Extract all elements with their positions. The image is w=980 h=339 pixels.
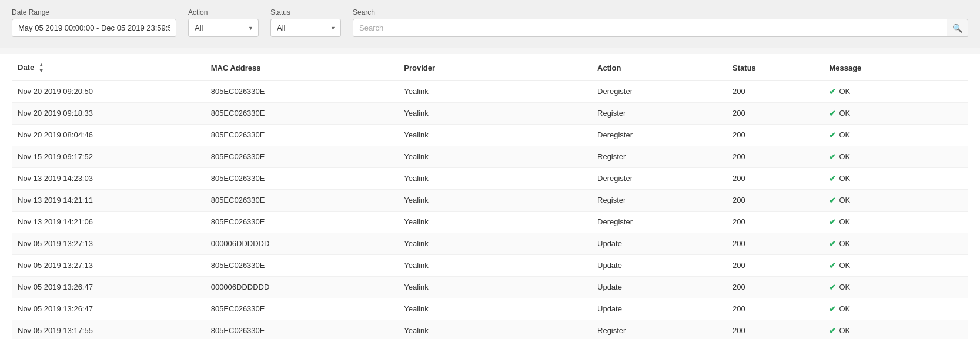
filter-bar: Date Range Action All Register Deregiste…	[0, 0, 980, 48]
action-label: Action	[188, 8, 259, 16]
cell-status: 200	[727, 320, 823, 339]
cell-mac: 805EC026330E	[205, 80, 399, 103]
check-icon: ✔	[829, 174, 836, 183]
cell-date: Nov 05 2019 13:17:55	[12, 320, 205, 339]
cell-mac: 805EC026330E	[205, 298, 399, 320]
action-select-wrapper: All Register Deregister Update	[188, 19, 259, 37]
message-text: OK	[839, 261, 850, 270]
cell-mac: 805EC026330E	[205, 124, 399, 146]
cell-status: 200	[727, 254, 823, 276]
table-row: Nov 20 2019 09:18:33805EC026330EYealinkR…	[12, 102, 968, 124]
cell-mac: 805EC026330E	[205, 320, 399, 339]
cell-message: ✔OK	[823, 320, 968, 339]
check-icon: ✔	[829, 304, 836, 314]
cell-status: 200	[727, 167, 823, 189]
cell-message: ✔OK	[823, 254, 968, 276]
cell-action: Register	[591, 146, 727, 167]
table-container: Date ▲ ▼ MAC Address Provider Action Sta…	[0, 54, 980, 339]
cell-date: Nov 05 2019 13:27:13	[12, 233, 205, 254]
cell-provider: Yealink	[398, 233, 591, 254]
search-button[interactable]: 🔍	[947, 19, 968, 37]
cell-provider: Yealink	[398, 211, 591, 233]
cell-message: ✔OK	[823, 189, 968, 211]
search-label: Search	[353, 8, 968, 16]
cell-mac: 000006DDDDDD	[205, 233, 399, 254]
col-header-provider: Provider	[398, 54, 591, 80]
cell-date: Nov 13 2019 14:21:06	[12, 211, 205, 233]
message-text: OK	[839, 87, 850, 96]
cell-action: Register	[591, 189, 727, 211]
cell-message: ✔OK	[823, 233, 968, 254]
cell-status: 200	[727, 102, 823, 124]
cell-date: Nov 13 2019 14:23:03	[12, 167, 205, 189]
cell-date: Nov 05 2019 13:26:47	[12, 276, 205, 298]
cell-provider: Yealink	[398, 254, 591, 276]
status-select-wrapper: All 200 400 500	[270, 19, 341, 37]
date-range-input[interactable]	[12, 19, 176, 37]
cell-message: ✔OK	[823, 276, 968, 298]
cell-action: Deregister	[591, 167, 727, 189]
status-select[interactable]: All 200 400 500	[270, 19, 341, 37]
col-header-message: Message	[823, 54, 968, 80]
cell-message: ✔OK	[823, 80, 968, 103]
cell-provider: Yealink	[398, 276, 591, 298]
search-wrapper: 🔍	[353, 19, 968, 37]
message-text: OK	[839, 196, 850, 204]
sort-down-icon: ▼	[39, 68, 44, 74]
date-sort-icons: ▲ ▼	[39, 62, 44, 74]
cell-provider: Yealink	[398, 146, 591, 167]
check-icon: ✔	[829, 109, 836, 118]
cell-status: 200	[727, 80, 823, 103]
cell-provider: Yealink	[398, 189, 591, 211]
data-table: Date ▲ ▼ MAC Address Provider Action Sta…	[12, 54, 968, 339]
cell-action: Update	[591, 276, 727, 298]
cell-date: Nov 15 2019 09:17:52	[12, 146, 205, 167]
col-header-mac: MAC Address	[205, 54, 399, 80]
cell-provider: Yealink	[398, 124, 591, 146]
table-row: Nov 13 2019 14:21:11805EC026330EYealinkR…	[12, 189, 968, 211]
cell-date: Nov 20 2019 08:04:46	[12, 124, 205, 146]
search-input[interactable]	[353, 19, 968, 37]
action-select[interactable]: All Register Deregister Update	[188, 19, 259, 37]
cell-status: 200	[727, 233, 823, 254]
col-header-status: Status	[727, 54, 823, 80]
cell-message: ✔OK	[823, 124, 968, 146]
check-icon: ✔	[829, 130, 836, 140]
table-row: Nov 13 2019 14:23:03805EC026330EYealinkD…	[12, 167, 968, 189]
date-range-label: Date Range	[12, 8, 176, 16]
cell-status: 200	[727, 276, 823, 298]
check-icon: ✔	[829, 217, 836, 227]
cell-action: Register	[591, 102, 727, 124]
cell-action: Deregister	[591, 124, 727, 146]
check-icon: ✔	[829, 239, 836, 249]
message-text: OK	[839, 217, 850, 226]
cell-status: 200	[727, 298, 823, 320]
cell-action: Deregister	[591, 211, 727, 233]
cell-date: Nov 05 2019 13:26:47	[12, 298, 205, 320]
cell-provider: Yealink	[398, 167, 591, 189]
cell-status: 200	[727, 189, 823, 211]
table-row: Nov 05 2019 13:27:13805EC026330EYealinkU…	[12, 254, 968, 276]
search-filter-group: Search 🔍	[353, 8, 968, 37]
cell-mac: 805EC026330E	[205, 254, 399, 276]
table-row: Nov 20 2019 09:20:50805EC026330EYealinkD…	[12, 80, 968, 103]
cell-mac: 805EC026330E	[205, 211, 399, 233]
cell-mac: 805EC026330E	[205, 189, 399, 211]
cell-action: Update	[591, 233, 727, 254]
check-icon: ✔	[829, 261, 836, 270]
message-text: OK	[839, 326, 850, 335]
cell-mac: 805EC026330E	[205, 102, 399, 124]
table-row: Nov 05 2019 13:26:47805EC026330EYealinkU…	[12, 298, 968, 320]
table-row: Nov 20 2019 08:04:46805EC026330EYealinkD…	[12, 124, 968, 146]
cell-date: Nov 05 2019 13:27:13	[12, 254, 205, 276]
table-body: Nov 20 2019 09:20:50805EC026330EYealinkD…	[12, 80, 968, 339]
col-header-date[interactable]: Date ▲ ▼	[12, 54, 205, 80]
cell-message: ✔OK	[823, 167, 968, 189]
table-row: Nov 15 2019 09:17:52805EC026330EYealinkR…	[12, 146, 968, 167]
cell-action: Register	[591, 320, 727, 339]
check-icon: ✔	[829, 152, 836, 162]
status-label: Status	[270, 8, 341, 16]
message-text: OK	[839, 130, 850, 139]
table-row: Nov 13 2019 14:21:06805EC026330EYealinkD…	[12, 211, 968, 233]
col-header-action: Action	[591, 54, 727, 80]
